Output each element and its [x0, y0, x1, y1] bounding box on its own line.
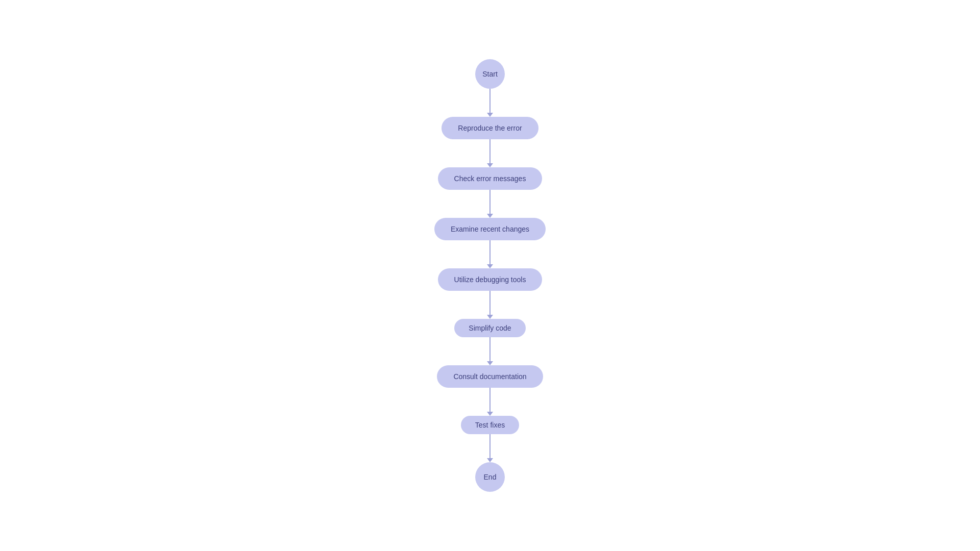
arrow-line: [489, 291, 491, 315]
arrow-head: [487, 361, 493, 365]
arrow-1: [487, 89, 493, 117]
arrow-head: [487, 412, 493, 416]
arrow-3: [487, 190, 493, 218]
arrow-line: [489, 89, 491, 113]
node-simplify: Simplify code: [454, 319, 525, 337]
arrow-head: [487, 315, 493, 319]
arrow-head: [487, 214, 493, 218]
arrow-head: [487, 113, 493, 117]
arrow-line: [489, 139, 491, 163]
arrow-8: [487, 434, 493, 462]
node-end: End: [475, 462, 505, 492]
arrow-2: [487, 139, 493, 167]
arrow-7: [487, 388, 493, 416]
node-examine: Examine recent changes: [434, 218, 546, 240]
arrow-head: [487, 163, 493, 167]
node-reproduce: Reproduce the error: [442, 117, 538, 139]
node-check-errors: Check error messages: [438, 167, 543, 190]
arrow-head: [487, 264, 493, 268]
arrow-line: [489, 190, 491, 214]
arrow-head: [487, 458, 493, 462]
flowchart: Start Reproduce the error Check error me…: [434, 59, 546, 492]
arrow-line: [489, 337, 491, 361]
node-debugging: Utilize debugging tools: [438, 268, 543, 291]
arrow-line: [489, 240, 491, 264]
arrow-line: [489, 434, 491, 458]
arrow-6: [487, 337, 493, 365]
arrow-line: [489, 388, 491, 412]
node-consult: Consult documentation: [437, 365, 543, 388]
node-start: Start: [475, 59, 505, 89]
arrow-4: [487, 240, 493, 268]
arrow-5: [487, 291, 493, 319]
node-test-fixes: Test fixes: [461, 416, 519, 434]
